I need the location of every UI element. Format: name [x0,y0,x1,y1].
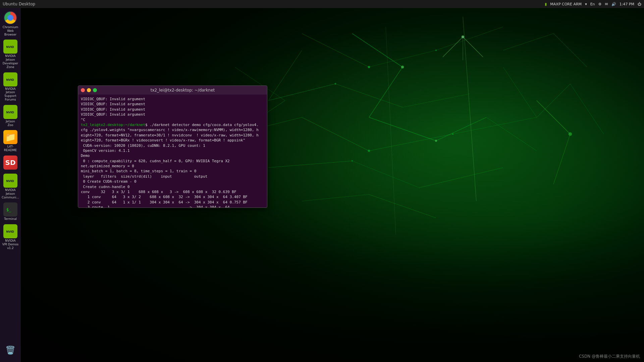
wifi-icon: ▾ [585,2,587,6]
svg-text:NVID: NVID [6,77,14,81]
maximize-button[interactable] [93,88,97,92]
dock-label-communi: NVIDIAJetsonCommuni... [2,188,19,199]
ubuntu-desktop-label: Ubuntu Desktop [3,2,35,6]
terminal-title: tx2_lei@tx2-desktop: ~/darknet [101,88,264,93]
topbar-right: ▮ MAXP CORE ARM ▾ En ⚙ ✉ 🔊 1:47 PM ⏻ [545,2,641,6]
svg-text:$_: $_ [6,207,11,212]
folder-icon: 📁 [3,130,17,144]
svg-text:NVID: NVID [6,45,14,49]
minimize-button[interactable] [87,88,91,92]
nvidia-maxp-icon: ▮ [545,2,547,6]
bluetooth-icon: ⚙ [598,2,602,6]
svg-text:NVID: NVID [6,230,14,233]
dock-label-chromium: ChromiumWebBrowser [3,25,18,36]
vpi-demos-icon: NVID [3,224,17,238]
terminal-titlebar: tx2_lei@tx2-desktop: ~/darknet [78,86,267,95]
dock-item-nvidia-communi[interactable]: NVID NVIDIAJetsonCommuni... [1,172,20,200]
dock-label-terminal: Terminal [4,217,17,221]
dock-label-vpi: NVIDIAVPI Demosv1.2 [2,239,19,250]
dock-item-nvidia-support[interactable]: NVID NVIDIAJetsonSupportForums [1,71,20,103]
dock-item-trash[interactable]: 🗑️ [1,342,20,359]
dock-item-chromium[interactable]: ChromiumWebBrowser [1,9,20,38]
desktop: Ubuntu Desktop ▮ MAXP CORE ARM ▾ En ⚙ ✉ … [0,0,644,362]
nvidia-jetson-dev-icon: NVID [3,40,17,54]
terminal-icon:  $_ [3,202,17,217]
clock: 1:47 PM [620,2,634,6]
watermark: CSDN @鲁棒最小二乘支持向量机 [579,354,640,359]
dock-label-support: NVIDIAJetsonSupportForums [4,87,16,102]
nvidia-support-icon: NVID [3,72,17,86]
volume-icon: 🔊 [611,2,616,6]
power-icon: ⏻ [638,2,641,6]
nvidia-communi-icon: NVID [3,174,17,188]
terminal-prompt: tx2_lei@tx2-desktop:~/darknet$ [81,123,150,127]
mail-icon: ✉ [605,2,608,6]
dock-item-l4t-readme[interactable]: 📁 L4T-README [1,129,20,154]
terminal-output: VIDIOC_QBUF: Invalid argument VIDIOC_QBU… [81,97,145,122]
dock-item-jetson-zoo[interactable]: NVID JetsonZoo [1,104,20,128]
svg-text:NVID: NVID [6,110,14,114]
sd-icon: SD [3,156,17,170]
dock: ChromiumWebBrowser NVID NVIDIAJetsonDeve… [0,8,21,362]
close-button[interactable] [81,88,85,92]
dock-item-vpi-demos[interactable]: NVID NVIDIAVPI Demosv1.2 [1,223,20,251]
dock-item-terminal[interactable]:  $_ Terminal [1,201,20,222]
terminal-window: tx2_lei@tx2-desktop: ~/darknet VIDIOC_QB… [78,85,267,208]
dock-item-nvidia-jetson-dev[interactable]: NVID NVIDIAJetsonDeveloperZone [1,38,20,70]
dock-item-sd[interactable]: SD [1,154,20,172]
maxp-label: MAXP CORE ARM [550,2,582,6]
lang-label: En [590,2,595,6]
svg-text:NVID: NVID [6,179,14,183]
terminal-body[interactable]: VIDIOC_QBUF: Invalid argument VIDIOC_QBU… [78,95,267,207]
dock-label-jetson-zoo: JetsonZoo [6,120,15,127]
topbar-left: Ubuntu Desktop [3,2,35,6]
topbar: Ubuntu Desktop ▮ MAXP CORE ARM ▾ En ⚙ ✉ … [0,0,644,8]
dock-label-l4t: L4T-README [4,145,17,152]
dock-label-jetson-dev: NVIDIAJetsonDeveloperZone [3,54,18,69]
chromium-icon [3,11,17,25]
terminal-command: ./darknet detector demo cfg/coco.data cf… [81,123,259,207]
trash-icon: 🗑️ [3,343,17,357]
jetson-zoo-icon: NVID [3,105,17,119]
